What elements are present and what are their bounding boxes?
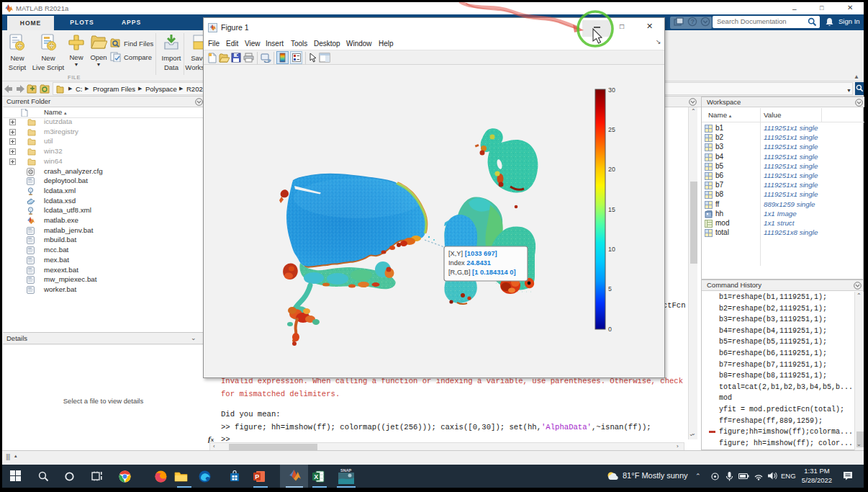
svg-text:SNAP: SNAP [340,468,352,473]
svg-text:30: 30 [608,86,615,94]
svg-text:X: X [314,473,318,480]
svg-text:[R,G,B] [1 0.184314 0]: [R,G,B] [1 0.184314 0] [448,269,516,276]
svg-text:10: 10 [608,246,615,253]
svg-text:Index 24.8431: Index 24.8431 [448,259,491,267]
svg-text:15: 15 [608,206,615,213]
svg-text:[X,Y] [1033 697]: [X,Y] [1033 697] [448,250,497,257]
svg-text:5: 5 [608,285,612,292]
svg-text:0: 0 [608,326,612,333]
svg-text:?: ? [690,18,695,25]
svg-text:20: 20 [608,166,615,173]
svg-text:P: P [255,473,259,480]
svg-text:25: 25 [608,126,615,133]
